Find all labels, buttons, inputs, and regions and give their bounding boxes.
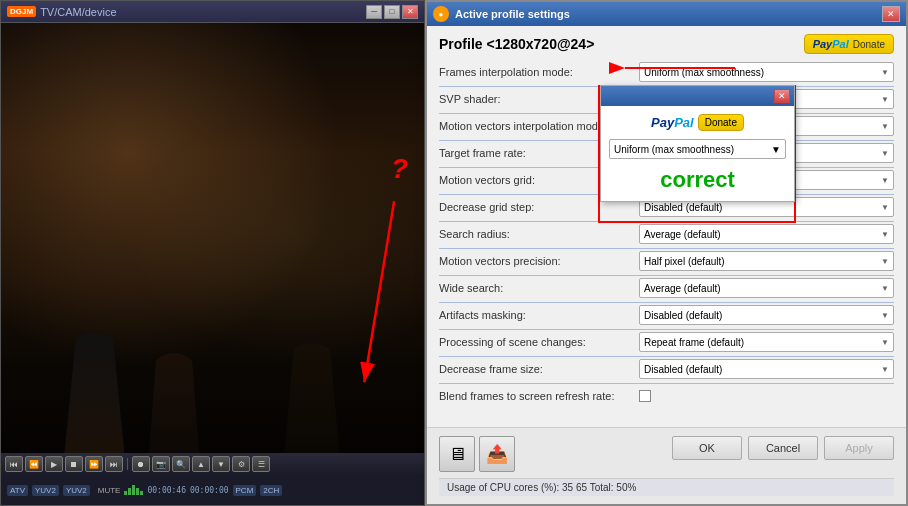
dropdown-arrow-icon: ▼	[881, 203, 889, 212]
stop-button[interactable]: ⏹	[65, 456, 83, 472]
separator-10	[439, 329, 894, 330]
frames-interpolation-dropdown[interactable]: Uniform (max smoothness) ▼	[639, 62, 894, 82]
popup-dropdown[interactable]: Uniform (max smoothness) ▼	[609, 139, 786, 159]
dropdown-arrow-icon: ▼	[881, 95, 889, 104]
popup-dialog: ✕ PayPal Donate Uniform (max smoothness)…	[600, 85, 795, 202]
wide-search-value: Average (default)	[644, 283, 721, 294]
dropdown-arrow-icon: ▼	[881, 230, 889, 239]
play-prev-button[interactable]: ⏮	[5, 456, 23, 472]
frames-interpolation-row: Frames interpolation mode: Uniform (max …	[439, 62, 894, 82]
separator-12	[439, 383, 894, 384]
settings-app-icon: ●	[433, 6, 449, 22]
level-bar-1	[124, 491, 127, 495]
status-bar: Usage of CPU cores (%): 35 65 Total: 50%	[439, 478, 894, 496]
mv-precision-dropdown[interactable]: Half pixel (default) ▼	[639, 251, 894, 271]
blend-frames-row: Blend frames to screen refresh rate:	[439, 386, 894, 406]
profile-title: Profile <1280x720@24>	[439, 36, 594, 52]
menu-button[interactable]: ☰	[252, 456, 270, 472]
scene-changes-control: Repeat frame (default) ▼	[639, 332, 894, 352]
artifacts-masking-dropdown[interactable]: Disabled (default) ▼	[639, 305, 894, 325]
wide-search-label: Wide search:	[439, 282, 639, 294]
rewind-button[interactable]: ⏪	[25, 456, 43, 472]
artifacts-masking-control: Disabled (default) ▼	[639, 305, 894, 325]
wide-search-dropdown[interactable]: Average (default) ▼	[639, 278, 894, 298]
settings-close-button[interactable]: ✕	[882, 6, 900, 22]
level-bar-2	[128, 488, 131, 495]
separator-6	[439, 221, 894, 222]
artifacts-masking-value: Disabled (default)	[644, 310, 722, 321]
separator-7	[439, 248, 894, 249]
fast-forward-button[interactable]: ⏩	[85, 456, 103, 472]
volume-down-button[interactable]: ▼	[212, 456, 230, 472]
minimize-button[interactable]: ─	[366, 5, 382, 19]
popup-dropdown-value: Uniform (max smoothness)	[614, 144, 734, 155]
decrease-frame-size-control: Disabled (default) ▼	[639, 359, 894, 379]
paypal-donate-button[interactable]: PayPal Donate	[804, 34, 894, 54]
popup-donate-button[interactable]: Donate	[698, 114, 744, 131]
apply-button[interactable]: Apply	[824, 436, 894, 460]
dropdown-arrow-icon: ▼	[881, 122, 889, 131]
export-icon-button[interactable]: 📤	[479, 436, 515, 472]
scene-changes-value: Repeat frame (default)	[644, 337, 744, 348]
level-bar-3	[132, 485, 135, 495]
donate-label: Donate	[853, 39, 885, 50]
frames-interpolation-label: Frames interpolation mode:	[439, 66, 639, 78]
blend-frames-control	[639, 390, 894, 402]
popup-close-button[interactable]: ✕	[774, 89, 790, 103]
settings-button[interactable]: ⚙	[232, 456, 250, 472]
player-logo: DGJM TV/CAM/device	[7, 6, 117, 18]
frames-interpolation-control: Uniform (max smoothness) ▼	[639, 62, 894, 82]
record-button[interactable]: ⏺	[132, 456, 150, 472]
profile-icon-button[interactable]: 🖥	[439, 436, 475, 472]
popup-dropdown-arrow: ▼	[771, 144, 781, 155]
decrease-grid-step-label: Decrease grid step:	[439, 201, 639, 213]
search-radius-row: Search radius: Average (default) ▼	[439, 224, 894, 244]
icon-buttons-left: 🖥 📤	[439, 436, 515, 472]
mv-precision-label: Motion vectors precision:	[439, 255, 639, 267]
close-button[interactable]: ✕	[402, 5, 418, 19]
popup-paypal: PayPal Donate	[609, 114, 786, 131]
separator	[127, 458, 128, 470]
settings-window-controls: ✕	[882, 6, 900, 22]
scene-changes-label: Processing of scene changes:	[439, 336, 639, 348]
snapshot-button[interactable]: 📷	[152, 456, 170, 472]
volume-up-button[interactable]: ▲	[192, 456, 210, 472]
maximize-button[interactable]: □	[384, 5, 400, 19]
video-scene	[1, 23, 424, 453]
ok-button[interactable]: OK	[672, 436, 742, 460]
dropdown-arrow-icon: ▼	[881, 257, 889, 266]
mv-precision-row: Motion vectors precision: Half pixel (de…	[439, 251, 894, 271]
search-radius-control: Average (default) ▼	[639, 224, 894, 244]
blend-frames-checkbox[interactable]	[639, 390, 651, 402]
wide-search-row: Wide search: Average (default) ▼	[439, 278, 894, 298]
2ch-tag: 2CH	[260, 485, 282, 496]
dropdown-arrow-icon: ▼	[881, 284, 889, 293]
person-silhouette-3	[284, 343, 339, 453]
footer-buttons: 🖥 📤 OK Cancel Apply	[439, 436, 894, 472]
popup-content: PayPal Donate Uniform (max smoothness) ▼…	[601, 106, 794, 201]
cancel-button[interactable]: Cancel	[748, 436, 818, 460]
dropdown-arrow-icon: ▼	[881, 311, 889, 320]
zoom-button[interactable]: 🔍	[172, 456, 190, 472]
video-player: DGJM TV/CAM/device ─ □ ✕ ?	[0, 0, 425, 506]
artifacts-masking-row: Artifacts masking: Disabled (default) ▼	[439, 305, 894, 325]
decrease-frame-size-dropdown[interactable]: Disabled (default) ▼	[639, 359, 894, 379]
settings-title-left: ● Active profile settings	[433, 6, 570, 22]
video-window-controls: ─ □ ✕	[366, 5, 418, 19]
search-radius-dropdown[interactable]: Average (default) ▼	[639, 224, 894, 244]
decrease-grid-step-value: Disabled (default)	[644, 202, 722, 213]
settings-wrapper: ● Active profile settings ✕ Profile <128…	[425, 0, 908, 506]
play-next-button[interactable]: ⏭	[105, 456, 123, 472]
mv-precision-control: Half pixel (default) ▼	[639, 251, 894, 271]
scene-changes-row: Processing of scene changes: Repeat fram…	[439, 332, 894, 352]
play-button[interactable]: ▶	[45, 456, 63, 472]
scene-changes-dropdown[interactable]: Repeat frame (default) ▼	[639, 332, 894, 352]
separator-11	[439, 356, 894, 357]
mv-precision-value: Half pixel (default)	[644, 256, 725, 267]
settings-title-text: Active profile settings	[455, 8, 570, 20]
dropdown-arrow-icon: ▼	[881, 338, 889, 347]
dropdown-arrow-icon: ▼	[881, 68, 889, 77]
level-bar-4	[136, 488, 139, 495]
logo-box: DGJM	[7, 6, 36, 17]
time-display-1: 00:00:46	[147, 486, 186, 495]
